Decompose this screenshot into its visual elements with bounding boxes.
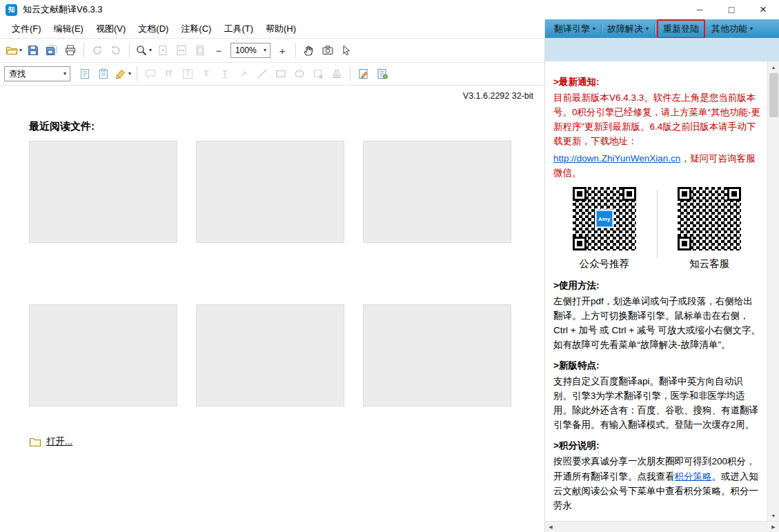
scroll-left-icon[interactable]: ◀ (545, 522, 556, 532)
strikeout-button: T (197, 65, 215, 83)
points-policy-link[interactable]: 积分策略 (675, 471, 712, 482)
recent-file-tile[interactable] (363, 304, 511, 406)
points-heading: >积分说明: (553, 438, 760, 453)
zoom-out-button[interactable]: − (210, 41, 228, 59)
toolbar-separator (129, 43, 130, 58)
snapshot-button[interactable] (319, 41, 337, 59)
recent-file-tile[interactable] (196, 304, 344, 406)
qr-divider (657, 190, 658, 258)
zoom-level-combobox[interactable]: 100% ▾ (230, 43, 270, 58)
recent-file-tile[interactable] (363, 141, 511, 243)
menu-annotation[interactable]: 注释(C) (175, 20, 217, 38)
qr-finder-icon (678, 187, 691, 201)
qr-block-customer-service: 知云客服 (659, 187, 761, 272)
recent-file-tile[interactable] (29, 141, 177, 243)
edit-annotation-button[interactable] (355, 65, 373, 83)
print-button[interactable] (61, 41, 79, 59)
recent-file-tile[interactable] (29, 304, 177, 406)
menubar: 文件(F) 编辑(E) 视图(V) 文档(D) 注释(C) 工具(T) 帮助(H… (0, 19, 544, 38)
rotate-left-button (88, 41, 106, 59)
download-link[interactable]: http://down.ZhiYunWenXian.cn (553, 153, 680, 164)
minimize-button[interactable]: ─ (684, 0, 716, 19)
app-logo-icon: 知 (6, 4, 17, 16)
open-button[interactable]: ▾ (4, 41, 23, 59)
panel-body: >最新通知: 目前最新版本V6.4.3.3。软件左上角是您当前版本号。0积分引擎… (545, 61, 779, 521)
panel-tab-bar: 翻译引擎 ▾ 故障解决 ▾ 重新登陆 其他功能 ▾ (545, 19, 779, 38)
recent-files-heading: 最近阅读文件: (29, 120, 544, 133)
close-button[interactable]: × (747, 0, 779, 19)
notice-paragraph: 目前最新版本V6.4.3.3。软件左上角是您当前版本号。0积分引擎已经修复，请上… (553, 90, 760, 148)
menu-edit[interactable]: 编辑(E) (48, 20, 90, 38)
qr-block-official-account: Amy 公众号推荐 (553, 187, 655, 272)
arrow-annotation-button: ↗ (235, 65, 253, 83)
qr-finder-icon (678, 237, 691, 250)
zoom-combobox-chevron-icon[interactable]: ▾ (264, 48, 266, 53)
qr-center-logo: Amy (595, 210, 613, 228)
tab-troubleshoot[interactable]: 故障解决 ▾ (602, 21, 653, 37)
highlighter-menu-chevron-icon[interactable]: ▾ (128, 71, 131, 77)
marquee-zoom-button[interactable]: ▾ (134, 41, 153, 59)
find-combobox-chevron-icon[interactable]: ▾ (63, 71, 66, 77)
paste-page-button[interactable] (95, 65, 112, 83)
relogin-highlight-box: 重新登陆 (657, 19, 705, 39)
highlighter-icon (115, 68, 127, 80)
tab-other-functions[interactable]: 其他功能 ▾ (707, 21, 758, 37)
fit-width-button (172, 41, 190, 59)
chevron-down-icon: ▾ (593, 26, 595, 32)
features-heading: >新版特点: (553, 358, 760, 373)
rectangle-icon (275, 68, 287, 80)
minus-icon: − (216, 46, 222, 56)
recent-files-grid (29, 141, 544, 406)
horizontal-scrollbar[interactable]: ◀ ▶ (545, 521, 779, 532)
arrow-ne-icon: ↗ (240, 70, 247, 78)
fit-width-icon (175, 44, 188, 57)
qr-finder-icon (727, 187, 741, 201)
save-icon (27, 44, 39, 57)
points-paragraph: 按照要求真诚分享一次朋友圈即可得到200积分，开通所有翻译引擎。点我查看积分策略… (553, 454, 760, 512)
scroll-right-icon[interactable]: ▶ (768, 522, 779, 532)
save-copy-button[interactable] (43, 41, 61, 59)
find-combobox[interactable]: 查找 ▾ (4, 66, 70, 81)
zoom-menu-chevron-icon[interactable]: ▾ (149, 48, 152, 53)
toolbar-annotations: 查找 ▾ ▾ IT T T (0, 62, 544, 86)
save-button[interactable] (24, 41, 42, 59)
actual-size-icon (157, 44, 169, 57)
usage-heading: >使用方法: (553, 278, 760, 293)
highlighter-button[interactable]: ▾ (113, 65, 132, 83)
rotate-right-icon (110, 44, 122, 57)
menu-view[interactable]: 视图(V) (90, 20, 132, 38)
open-menu-chevron-icon[interactable]: ▾ (19, 48, 22, 53)
zoom-icon (135, 44, 148, 57)
open-file-link[interactable]: 打开... (46, 435, 72, 448)
copy-page-button[interactable] (76, 65, 94, 83)
hand-tool-button[interactable] (300, 41, 318, 59)
line-button (253, 65, 271, 83)
zoom-level-value: 100% (235, 46, 257, 55)
edit-page-icon (357, 68, 370, 80)
clipboard-icon (79, 68, 91, 80)
qr-label-official-account: 公众号推荐 (580, 256, 630, 272)
qr-finder-icon (573, 187, 586, 201)
menu-help[interactable]: 帮助(H) (259, 20, 302, 38)
maximize-button[interactable]: □ (716, 0, 747, 19)
translation-panel: 翻译引擎 ▾ 故障解决 ▾ 重新登陆 其他功能 ▾ (545, 19, 779, 532)
menu-tools[interactable]: 工具(T) (217, 20, 259, 38)
open-file-row[interactable]: 打开... (29, 435, 544, 448)
recent-file-tile[interactable] (196, 141, 344, 243)
scroll-down-icon[interactable]: ▼ (768, 510, 779, 521)
vertical-scrollbar[interactable]: ▲ ▼ (767, 61, 779, 521)
menu-document[interactable]: 文档(D) (132, 20, 175, 38)
vertical-scroll-thumb[interactable] (769, 73, 778, 117)
manage-annotations-button[interactable] (373, 65, 391, 83)
select-tool-button[interactable] (337, 41, 355, 59)
callout-button (309, 65, 327, 83)
scroll-up-icon[interactable]: ▲ (768, 61, 779, 72)
comment-button (141, 65, 159, 83)
menu-file[interactable]: 文件(F) (6, 20, 48, 38)
tab-separator (601, 23, 602, 34)
features-paragraph: 支持自定义百度翻译api。翻译中英方向自动识别。引擎3为学术翻译引擎，医学和非医… (553, 374, 760, 432)
tab-translation-engine[interactable]: 翻译引擎 ▾ (549, 21, 600, 37)
tab-label: 其他功能 (711, 23, 747, 35)
tab-relogin[interactable]: 重新登陆 (658, 21, 704, 37)
zoom-in-button[interactable]: + (273, 41, 291, 59)
